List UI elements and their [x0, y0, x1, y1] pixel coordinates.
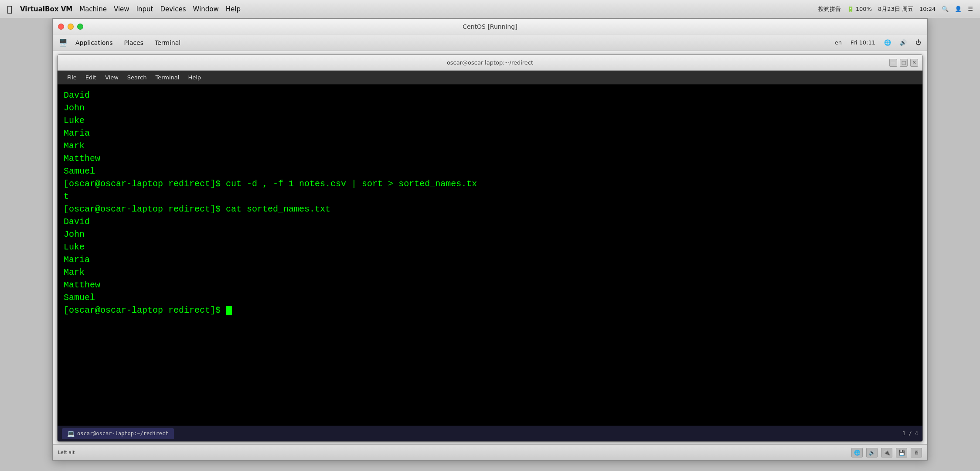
- macos-menu-devices[interactable]: Devices: [160, 5, 186, 13]
- terminal-menu-view[interactable]: View: [102, 73, 122, 82]
- output-line-samuel1: Samuel: [64, 165, 916, 177]
- terminal-window: oscar@oscar-laptop:~/redirect — □ ✕ File…: [57, 55, 923, 442]
- macos-right-status: 搜狗拼音 🔋 100% 8月23日 周五 10:24 🔍 👤 ☰: [818, 5, 973, 13]
- user-icon: 👤: [955, 6, 962, 12]
- battery-label: 🔋 100%: [847, 6, 872, 12]
- command-cat: [oscar@oscar-laptop redirect]$ cat sorte…: [64, 203, 916, 215]
- volume-icon: 🔊: [900, 39, 907, 46]
- terminal-menubar: File Edit View Search Terminal Help: [58, 71, 922, 85]
- vbox-menu-applications[interactable]: Applications: [71, 38, 117, 48]
- vbox-window-title: CentOS [Running]: [463, 23, 517, 30]
- minimize-button[interactable]: [68, 24, 74, 30]
- output-line-matthew2: Matthew: [64, 279, 916, 291]
- vbox-titlebar: CentOS [Running]: [53, 19, 927, 34]
- output-line-samuel2: Samuel: [64, 291, 916, 304]
- terminal-close-button[interactable]: ✕: [910, 59, 918, 67]
- apple-logo-icon: : [7, 4, 12, 14]
- macos-menu-help[interactable]: Help: [226, 5, 241, 13]
- menu-icon[interactable]: ☰: [968, 6, 973, 12]
- terminal-menu-edit[interactable]: Edit: [82, 73, 100, 82]
- applications-icon: 🖥️: [59, 38, 68, 47]
- usb-status-icon: 🔌: [881, 448, 892, 457]
- output-line-john1: John: [64, 102, 916, 114]
- terminal-menu-search[interactable]: Search: [124, 73, 150, 82]
- macos-menubar:  VirtualBox VM Machine View Input Devic…: [0, 0, 980, 18]
- display-status-icon: 🖥: [911, 448, 922, 457]
- statusbar-label: Left alt: [58, 450, 75, 455]
- audio-status-icon: 🔊: [866, 448, 878, 457]
- maximize-button[interactable]: [77, 24, 83, 30]
- statusbar-icons: 🌐 🔊 🔌 💾 🖥: [851, 448, 922, 457]
- terminal-tab-label: oscar@oscar-laptop:~/redirect: [77, 430, 169, 437]
- output-line-mark1: Mark: [64, 140, 916, 152]
- traffic-lights: [58, 24, 83, 30]
- macos-menu-view[interactable]: View: [114, 5, 129, 13]
- terminal-restore-button[interactable]: □: [900, 59, 908, 67]
- search-icon[interactable]: 🔍: [942, 6, 949, 12]
- prompt-line: [oscar@oscar-laptop redirect]$: [64, 304, 916, 317]
- cursor: [226, 306, 232, 315]
- terminal-menu-terminal[interactable]: Terminal: [152, 73, 183, 82]
- terminal-titlebar: oscar@oscar-laptop:~/redirect — □ ✕: [58, 55, 922, 71]
- command-cut-sort: [oscar@oscar-laptop redirect]$ cut -d , …: [64, 177, 916, 190]
- terminal-menu-help[interactable]: Help: [184, 73, 204, 82]
- macos-menu-input[interactable]: Input: [136, 5, 153, 13]
- terminal-content[interactable]: David John Luke Maria Mark Matthew Samue…: [58, 85, 922, 426]
- macos-menu-virtualboxvm[interactable]: VirtualBox VM: [20, 5, 72, 13]
- output-line-matthew1: Matthew: [64, 152, 916, 165]
- macos-menu-window[interactable]: Window: [193, 5, 219, 13]
- vbox-menu-terminal[interactable]: Terminal: [150, 38, 185, 48]
- terminal-window-controls: — □ ✕: [889, 59, 918, 67]
- output-line-luke2: Luke: [64, 241, 916, 253]
- network-icon: 🌐: [884, 39, 891, 46]
- output-line-maria2: Maria: [64, 253, 916, 266]
- power-icon: ⏻: [915, 39, 921, 46]
- output-line-david1: David: [64, 89, 916, 102]
- lang-label: en: [835, 39, 842, 46]
- network-status-icon: 🌐: [851, 448, 863, 457]
- virtualbox-window: CentOS [Running] 🖥️ Applications Places …: [52, 18, 928, 461]
- terminal-tab-page: 1 / 4: [902, 430, 918, 437]
- time-label: 10:24: [919, 6, 936, 12]
- vbox-time-label: Fri 10:11: [851, 39, 875, 46]
- terminal-tab-icon: 💻: [67, 430, 75, 437]
- vbox-appbar: 🖥️ Applications Places Terminal en Fri 1…: [53, 34, 927, 51]
- vbox-right-status: en Fri 10:11 🌐 🔊 ⏻: [835, 39, 921, 46]
- macos-menu-machine[interactable]: Machine: [79, 5, 107, 13]
- close-button[interactable]: [58, 24, 64, 30]
- output-line-mark2: Mark: [64, 266, 916, 279]
- date-label: 8月23日 周五: [878, 5, 913, 13]
- output-line-luke1: Luke: [64, 114, 916, 127]
- terminal-window-title: oscar@oscar-laptop:~/redirect: [447, 59, 533, 66]
- output-line-david2: David: [64, 215, 916, 228]
- output-line-maria1: Maria: [64, 127, 916, 140]
- command-cut-sort-cont: t: [64, 190, 916, 203]
- output-line-john2: John: [64, 228, 916, 241]
- terminal-menu-file[interactable]: File: [64, 73, 80, 82]
- input-method-label: 搜狗拼音: [818, 5, 841, 13]
- terminal-tabbar: 💻 oscar@oscar-laptop:~/redirect 1 / 4: [58, 426, 922, 441]
- terminal-tab[interactable]: 💻 oscar@oscar-laptop:~/redirect: [62, 428, 174, 439]
- hdd-status-icon: 💾: [896, 448, 907, 457]
- vbox-statusbar: Left alt 🌐 🔊 🔌 💾 🖥: [53, 444, 927, 460]
- terminal-minimize-button[interactable]: —: [889, 59, 897, 67]
- vbox-menu-places[interactable]: Places: [120, 38, 148, 48]
